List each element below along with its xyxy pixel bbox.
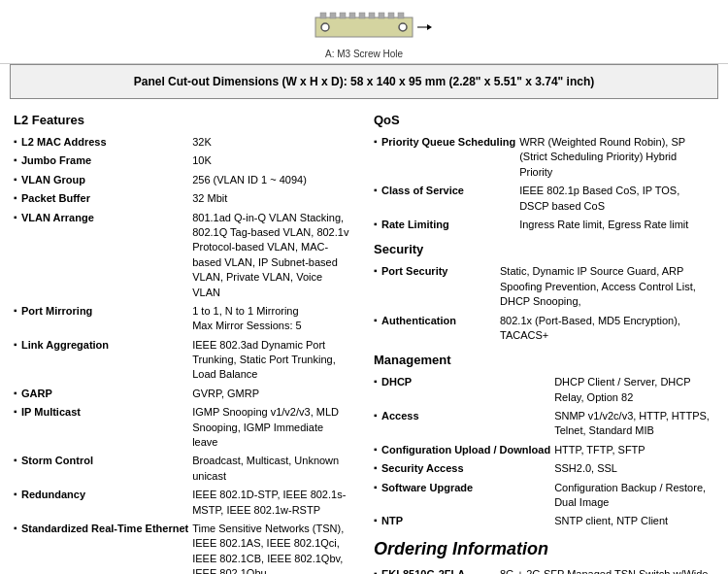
feature-name: VLAN Arrange — [14, 209, 192, 302]
feature-value: 10K — [192, 152, 354, 170]
table-row: Priority Queue SchedulingWRR (Weighted R… — [374, 133, 714, 182]
management-title: Management — [374, 353, 714, 367]
svg-rect-1 — [320, 13, 326, 18]
feature-name: Standardized Real-Time Ethernet — [14, 520, 192, 574]
table-row: L2 MAC Address32K — [14, 133, 354, 152]
feature-value: SNTP client, NTP Client — [554, 512, 714, 530]
svg-rect-5 — [359, 13, 365, 18]
screw-hole-section: A: M3 Screw Hole — [0, 0, 728, 64]
feature-value: 32K — [192, 133, 354, 152]
table-row: Authentication802.1x (Port-Based, MD5 En… — [374, 312, 714, 346]
feature-name: L2 MAC Address — [14, 133, 192, 152]
table-row: Storm ControlBroadcast, Multicast, Unkno… — [14, 452, 354, 486]
feature-name: Security Access — [374, 459, 554, 478]
feature-name: VLAN Group — [14, 171, 192, 189]
feature-value: Time Sensitive Networks (TSN), IEEE 802.… — [192, 520, 354, 574]
svg-rect-3 — [340, 13, 346, 18]
management-table: DHCPDHCP Client / Server, DHCP Relay, Op… — [374, 373, 714, 531]
right-column: QoS Priority Queue SchedulingWRR (Weight… — [374, 109, 714, 574]
feature-value: 1 to 1, N to 1 Mirroring Max Mirror Sess… — [192, 302, 354, 336]
table-row: Link AggregationIEEE 802.3ad Dynamic Por… — [14, 336, 354, 385]
table-row: Port Mirroring1 to 1, N to 1 Mirroring M… — [14, 302, 354, 336]
l2-features-table: L2 MAC Address32KJumbo Frame10KVLAN Grou… — [14, 133, 354, 574]
feature-name: Storm Control — [14, 452, 192, 486]
feature-value: 32 Mbit — [192, 189, 354, 208]
feature-name: NTP — [374, 512, 554, 530]
svg-rect-4 — [349, 13, 355, 18]
table-row: DHCPDHCP Client / Server, DHCP Relay, Op… — [374, 373, 714, 407]
feature-name: IP Multicast — [14, 403, 192, 452]
panel-cutout-text: Panel Cut-out Dimensions (W x H x D): 58… — [134, 75, 595, 88]
svg-rect-9 — [398, 13, 404, 18]
feature-name: Redundancy — [14, 486, 192, 520]
feature-value: 801.1ad Q-in-Q VLAN Stacking, 802.1Q Tag… — [192, 209, 354, 302]
security-title: Security — [374, 242, 714, 256]
feature-value: DHCP Client / Server, DHCP Relay, Option… — [554, 373, 714, 407]
table-row: Packet Buffer32 Mbit — [14, 189, 354, 208]
feature-value: IGMP Snooping v1/v2/v3, MLD Snooping, IG… — [192, 403, 354, 452]
feature-name: Rate Limiting — [374, 216, 519, 234]
table-row: IP MulticastIGMP Snooping v1/v2/v3, MLD … — [14, 403, 354, 452]
feature-value: IEEE 802.3ad Dynamic Port Trunking, Stat… — [192, 336, 354, 385]
feature-value: 802.1x (Port-Based, MD5 Encryption), TAC… — [500, 312, 714, 346]
svg-rect-2 — [330, 13, 336, 18]
svg-point-11 — [399, 23, 407, 31]
table-row: GARPGVRP, GMRP — [14, 385, 354, 403]
svg-rect-8 — [388, 13, 394, 18]
main-content: L2 Features L2 MAC Address32KJumbo Frame… — [0, 99, 728, 574]
feature-name: Port Security — [374, 262, 500, 311]
qos-table: Priority Queue SchedulingWRR (Weighted R… — [374, 133, 714, 234]
feature-name: GARP — [14, 385, 192, 403]
feature-name: Jumbo Frame — [14, 152, 192, 170]
svg-marker-13 — [427, 24, 432, 30]
table-row: NTPSNTP client, NTP Client — [374, 512, 714, 530]
table-row: Rate LimitingIngress Rate limit, Egress … — [374, 216, 714, 234]
ordering-section: Ordering Information EKI-8510G-2FI-A8G +… — [374, 539, 714, 574]
feature-name: Port Mirroring — [14, 302, 192, 336]
feature-value: Configuration Backup / Restore, Dual Ima… — [554, 479, 714, 513]
ordering-title: Ordering Information — [374, 539, 714, 559]
svg-rect-6 — [369, 13, 375, 18]
qos-title: QoS — [374, 113, 714, 127]
feature-value: GVRP, GMRP — [192, 385, 354, 403]
table-row: Security AccessSSH2.0, SSL — [374, 459, 714, 478]
feature-value: IEEE 802.1D-STP, IEEE 802.1s-MSTP, IEEE … — [192, 486, 354, 520]
l2-features-title: L2 Features — [14, 113, 354, 127]
table-row: RedundancyIEEE 802.1D-STP, IEEE 802.1s-M… — [14, 486, 354, 520]
feature-name: Packet Buffer — [14, 189, 192, 208]
feature-name: Configuration Upload / Download — [374, 441, 554, 459]
svg-rect-7 — [379, 13, 384, 18]
feature-name: Access — [374, 407, 554, 441]
table-row: Class of ServiceIEEE 802.1p Based CoS, I… — [374, 182, 714, 216]
table-row: Configuration Upload / DownloadHTTP, TFT… — [374, 441, 714, 459]
feature-name: Class of Service — [374, 182, 519, 216]
feature-value: SSH2.0, SSL — [554, 459, 714, 478]
table-row: EKI-8510G-2FI-A8G + 2G SFP Managed TSN S… — [374, 565, 714, 574]
table-row: Port SecurityStatic, Dynamic IP Source G… — [374, 262, 714, 311]
panel-cutout-banner: Panel Cut-out Dimensions (W x H x D): 58… — [10, 64, 718, 99]
feature-value: SNMP v1/v2c/v3, HTTP, HTTPS, Telnet, Sta… — [554, 407, 714, 441]
security-table: Port SecurityStatic, Dynamic IP Source G… — [374, 262, 714, 345]
table-row: AccessSNMP v1/v2c/v3, HTTP, HTTPS, Telne… — [374, 407, 714, 441]
feature-name: Link Aggregation — [14, 336, 192, 385]
feature-name: EKI-8510G-2FI-A — [374, 565, 500, 574]
table-row: VLAN Arrange801.1ad Q-in-Q VLAN Stacking… — [14, 209, 354, 302]
feature-value: Static, Dynamic IP Source Guard, ARP Spo… — [500, 262, 714, 311]
table-row: Software UpgradeConfiguration Backup / R… — [374, 479, 714, 513]
feature-name: Priority Queue Scheduling — [374, 133, 519, 182]
feature-value: HTTP, TFTP, SFTP — [554, 441, 714, 459]
feature-value: IEEE 802.1p Based CoS, IP TOS, DSCP base… — [519, 182, 714, 216]
feature-value: WRR (Weighted Round Robin), SP (Strict S… — [519, 133, 714, 182]
feature-name: DHCP — [374, 373, 554, 407]
screw-hole-label: A: M3 Screw Hole — [0, 49, 728, 59]
feature-value: 8G + 2G SFP Managed TSN Switch w/Wide Te… — [500, 565, 714, 574]
feature-name: Authentication — [374, 312, 500, 346]
table-row: Standardized Real-Time EthernetTime Sens… — [14, 520, 354, 574]
feature-value: 256 (VLAN ID 1 ~ 4094) — [192, 171, 354, 189]
svg-rect-0 — [315, 17, 413, 37]
svg-point-10 — [321, 23, 329, 31]
feature-value: Broadcast, Multicast, Unknown unicast — [192, 452, 354, 486]
ordering-table: EKI-8510G-2FI-A8G + 2G SFP Managed TSN S… — [374, 565, 714, 574]
feature-name: Software Upgrade — [374, 479, 554, 513]
screw-diagram — [286, 8, 442, 47]
